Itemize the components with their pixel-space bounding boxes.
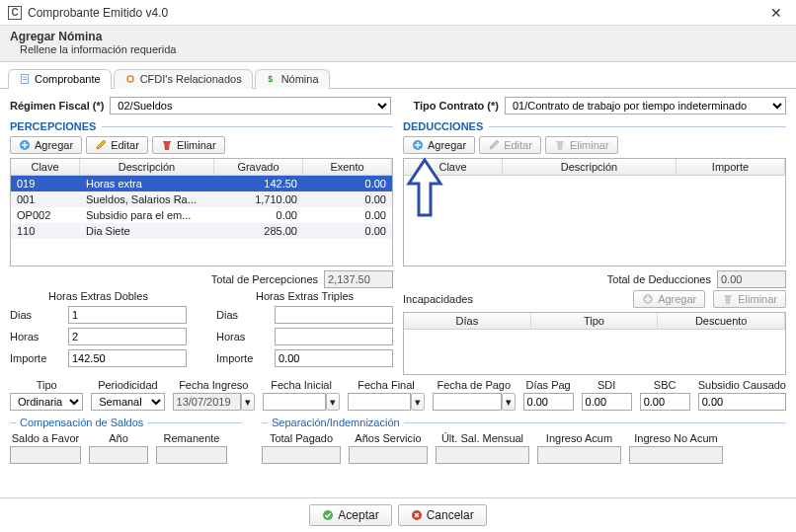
tab-comprobante[interactable]: Comprobante — [8, 69, 112, 89]
sep-acum-label: Ingreso Acum — [537, 432, 621, 444]
col-desc[interactable]: Descripción — [80, 159, 214, 175]
ffinal-label: Fecha Final — [348, 379, 425, 391]
separacion-group: Separación/Indemnización Total Pagado Añ… — [262, 411, 786, 464]
ffinal-input[interactable] — [348, 393, 411, 411]
percepciones-grid[interactable]: Clave Descripción Gravado Exento 019 Hor… — [10, 158, 393, 266]
sep-anios-label: Años Servicio — [349, 432, 428, 444]
subsidio-label: Subsidio Causado — [698, 379, 786, 391]
trash-icon — [554, 139, 566, 151]
subheader: Agregar Nómina Rellene la información re… — [0, 26, 796, 62]
tab-nomina[interactable]: $ Nómina — [255, 69, 330, 89]
trash-icon — [161, 139, 173, 151]
table-row[interactable]: 110 Dia Siete 285.00 0.00 — [11, 223, 392, 239]
anio-input — [89, 446, 148, 464]
horas-dobles-title: Horas Extras Dobles — [10, 290, 187, 302]
table-row[interactable]: 001 Sueldos, Salarios Ra... 1,710.00 0.0… — [11, 191, 392, 207]
periodicidad-select[interactable]: Semanal — [91, 393, 164, 411]
sep-noacum-input — [629, 446, 723, 464]
trash-icon — [722, 293, 734, 305]
tabs: Comprobante CFDI's Relacionados $ Nómina — [0, 62, 796, 89]
col-dias[interactable]: Días — [404, 313, 531, 329]
regimen-label: Régimen Fiscal (*) — [10, 100, 104, 112]
tipo-label: Tipo — [10, 379, 83, 391]
fingreso-cal-button[interactable]: ▾ — [241, 393, 255, 411]
svg-rect-1 — [23, 77, 28, 78]
hd-dias-input[interactable] — [68, 306, 187, 324]
finicial-cal-button[interactable]: ▾ — [326, 393, 340, 411]
close-icon[interactable]: ✕ — [764, 5, 788, 21]
col-desc[interactable]: Descuento — [658, 313, 785, 329]
top-selects-row: Régimen Fiscal (*) 02/Sueldos Tipo Contr… — [10, 97, 786, 114]
percepciones-add-button[interactable]: Agregar — [10, 136, 82, 154]
diaspag-label: Días Pag — [523, 379, 574, 391]
col-exen[interactable]: Exento — [303, 159, 392, 175]
hd-importe-input[interactable] — [68, 349, 187, 367]
sep-anios-input — [349, 446, 428, 464]
sep-total-input — [262, 446, 341, 464]
percepciones-total-value — [324, 270, 393, 288]
deducciones-panel: DEDUCCIONES Agregar Editar Eliminar Clav… — [403, 120, 786, 375]
meta-fields-row: TipoOrdinaria PeriodicidadSemanal Fecha … — [10, 379, 786, 411]
percepciones-del-button[interactable]: Eliminar — [152, 136, 225, 154]
cancel-button[interactable]: Cancelar — [398, 504, 487, 526]
fingreso-label: Fecha Ingreso — [173, 379, 256, 391]
svg-rect-9 — [724, 295, 732, 297]
col-grav[interactable]: Gravado — [214, 159, 303, 175]
ht-importe-input[interactable] — [275, 349, 393, 367]
horas-triples-title: Horas Extras Triples — [216, 290, 393, 302]
fpago-cal-button[interactable]: ▾ — [502, 393, 516, 411]
ffinal-cal-button[interactable]: ▾ — [411, 393, 425, 411]
incapacidades-label: Incapacidades — [403, 293, 473, 305]
fingreso-input — [173, 393, 242, 411]
col-desc[interactable]: Descripción — [503, 159, 677, 175]
subsidio-input[interactable] — [698, 393, 786, 411]
periodicidad-label: Periodicidad — [91, 379, 164, 391]
incapacidades-del-button: Eliminar — [713, 290, 786, 308]
accept-button[interactable]: Aceptar — [309, 504, 391, 526]
percepciones-panel: PERCEPCIONES Agregar Editar Eliminar Cla… — [10, 120, 393, 375]
col-clave[interactable]: Clave — [11, 159, 80, 175]
ht-horas-label: Horas — [216, 331, 269, 342]
table-row[interactable]: OP002 Subsidio para el em... 0.00 0.00 — [11, 207, 392, 223]
check-icon — [322, 509, 334, 521]
ht-dias-input[interactable] — [275, 306, 393, 324]
sdi-input[interactable] — [582, 393, 632, 411]
hd-horas-label: Horas — [10, 331, 62, 342]
plus-icon — [412, 139, 424, 151]
regimen-select[interactable]: 02/Sueldos — [110, 97, 391, 114]
tipocontrato-select[interactable]: 01/Contrato de trabajo por tiempo indete… — [505, 97, 786, 114]
comp-saldos-title: Compensación de Saldos — [20, 417, 143, 428]
incapacidades-grid[interactable]: Días Tipo Descuento — [403, 312, 786, 375]
subheader-title: Agregar Nómina — [10, 30, 786, 43]
incapacidades-add-button: Agregar — [633, 290, 705, 308]
table-row[interactable]: 019 Horas extra 142.50 0.00 — [11, 176, 392, 191]
percepciones-edit-button[interactable]: Editar — [86, 136, 148, 154]
finicial-input[interactable] — [263, 393, 326, 411]
tab-label: Comprobante — [35, 73, 101, 85]
rem-input — [156, 446, 227, 464]
finicial-label: Fecha Inicial — [263, 379, 340, 391]
deducciones-grid[interactable]: Clave Descripción Importe — [403, 158, 786, 266]
tab-cfdis[interactable]: CFDI's Relacionados — [114, 69, 253, 89]
svg-rect-2 — [23, 79, 28, 80]
col-clave[interactable]: Clave — [404, 159, 503, 175]
hd-horas-input[interactable] — [68, 328, 187, 345]
sep-acum-input — [537, 446, 621, 464]
col-imp[interactable]: Importe — [677, 159, 785, 175]
ht-dias-label: Dias — [216, 309, 269, 321]
hd-importe-label: Importe — [10, 352, 62, 364]
ht-horas-input[interactable] — [275, 328, 393, 345]
tipocontrato-label: Tipo Contrato (*) — [413, 100, 499, 112]
deducciones-add-button[interactable]: Agregar — [403, 136, 475, 154]
diaspag-input[interactable] — [523, 393, 574, 411]
app-icon: C — [8, 6, 22, 20]
deducciones-del-button: Eliminar — [545, 136, 618, 154]
sbc-input[interactable] — [640, 393, 690, 411]
col-tipo[interactable]: Tipo — [531, 313, 659, 329]
percepciones-title: PERCEPCIONES — [10, 120, 96, 132]
svg-text:$: $ — [268, 74, 273, 84]
footer: Aceptar Cancelar — [0, 497, 796, 532]
deducciones-edit-button: Editar — [479, 136, 541, 154]
fpago-input[interactable] — [433, 393, 502, 411]
tipo-select[interactable]: Ordinaria — [10, 393, 83, 411]
